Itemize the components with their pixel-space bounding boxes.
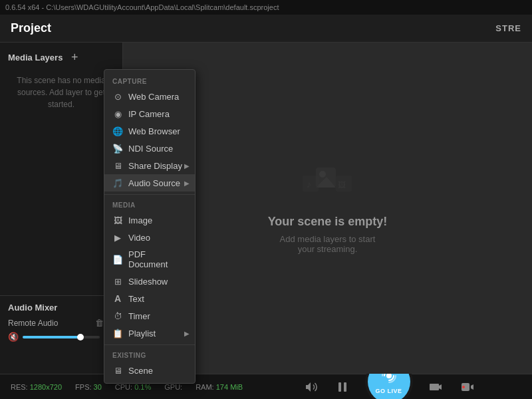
sidebar-title: Media Layers xyxy=(8,53,63,63)
menu-item-image[interactable]: 🖼 Image xyxy=(104,211,195,229)
menu-item-playlist[interactable]: 📋 Playlist ▶ xyxy=(104,325,195,342)
capture-section-label: CAPTURE xyxy=(104,74,195,88)
playlist-icon: 📋 xyxy=(112,328,123,338)
volume-thumb xyxy=(77,334,84,340)
record-button[interactable] xyxy=(461,380,474,394)
pdfdocument-icon: 📄 xyxy=(112,254,123,265)
menu-item-slideshow[interactable]: ⊞ Slideshow xyxy=(104,273,195,290)
image-icon: 🖼 xyxy=(112,215,123,225)
menu-divider-1 xyxy=(104,194,195,195)
volume-control-button[interactable] xyxy=(304,380,317,394)
volume-fill xyxy=(23,336,80,338)
scene-empty-title: Your scene is empty! xyxy=(268,215,388,229)
menu-item-audiosource[interactable]: 🎵 Audio Source ▶ xyxy=(104,174,195,192)
sidebar-header: Media Layers + xyxy=(0,43,122,69)
status-res: RES: 1280x720 xyxy=(11,383,62,391)
sharedisplay-icon: 🖥 xyxy=(112,160,123,171)
ram-label: RAM: xyxy=(196,383,214,391)
scene-icon: 🖥 xyxy=(112,365,123,376)
menu-item-text[interactable]: A Text xyxy=(104,290,195,307)
menu-item-timer[interactable]: ⏱ Timer xyxy=(104,307,195,325)
go-live-label: GO LIVE xyxy=(376,388,402,394)
menu-item-ndisource[interactable]: 📡 NDI Source xyxy=(104,140,195,157)
audiosource-arrow-icon: ▶ xyxy=(184,180,190,187)
menu-item-pdfdocument[interactable]: 📄 PDF Document xyxy=(104,246,195,273)
cpu-label: CPU: xyxy=(115,383,132,391)
delete-track-button[interactable]: 🗑 xyxy=(95,318,104,328)
camera-button[interactable] xyxy=(429,380,442,394)
svg-text:♪: ♪ xyxy=(307,179,311,190)
mute-icon: 🔇 xyxy=(8,332,19,342)
audio-mixer-title: Audio Mixer xyxy=(8,303,114,313)
menu-item-webcamera-label: Web Camera xyxy=(128,92,179,102)
scene-empty-subtitle: Add media layers to startyour streaming. xyxy=(280,234,376,254)
playlist-arrow-icon: ▶ xyxy=(184,330,190,337)
scene-empty-icon: ♪ 🖼 xyxy=(301,162,354,204)
capture-dropdown: CAPTURE ⊙ Web Camera ◉ IP Camera 🌐 Web B… xyxy=(104,69,196,384)
menu-item-audiosource-label: Audio Source xyxy=(128,178,180,188)
menu-item-ipcamera[interactable]: ◉ IP Camera xyxy=(104,105,195,122)
status-bar: RES: 1280x720 FPS: 30 CPU: 0.1% GPU: RAM… xyxy=(0,374,532,399)
menu-item-ndisource-label: NDI Source xyxy=(128,144,173,154)
status-fps: FPS: 30 xyxy=(75,383,102,391)
audio-track: Remote Audio 🗑 ⚙ xyxy=(8,318,114,328)
ndisource-icon: 📡 xyxy=(112,143,123,154)
menu-item-timer-label: Timer xyxy=(128,311,150,321)
title-bar-text: 0.6.54 x64 - C:\Users\WDAGUtilityAccount… xyxy=(5,3,279,11)
menu-item-video[interactable]: ▶ Video xyxy=(104,229,195,246)
status-ram: RAM: 174 MiB xyxy=(196,383,243,391)
menu-item-playlist-label: Playlist xyxy=(128,329,156,338)
ipcamera-icon: ◉ xyxy=(112,108,123,119)
menu-item-pdfdocument-label: PDF Document xyxy=(128,249,187,269)
menu-item-slideshow-label: Slideshow xyxy=(128,277,168,287)
menu-divider-2 xyxy=(104,344,195,345)
fps-value: 30 xyxy=(94,383,102,391)
main-layout: Media Layers + This scene has no media s… xyxy=(0,43,532,374)
video-icon: ▶ xyxy=(112,232,123,243)
svg-point-1 xyxy=(319,171,326,178)
menu-item-webcamera[interactable]: ⊙ Web Camera xyxy=(104,88,195,105)
project-title: Project xyxy=(11,21,51,35)
menu-item-image-label: Image xyxy=(128,215,152,225)
svg-rect-8 xyxy=(344,382,346,392)
webcamera-icon: ⊙ xyxy=(112,91,123,102)
fps-label: FPS: xyxy=(75,383,91,391)
add-layer-button[interactable]: + xyxy=(68,51,81,64)
menu-item-webbrowser[interactable]: 🌐 Web Browser xyxy=(104,122,195,140)
sharedisplay-arrow-icon: ▶ xyxy=(184,162,190,170)
stream-label: STRE xyxy=(495,23,521,33)
status-gpu: GPU: xyxy=(164,383,182,391)
res-value: 1280x720 xyxy=(30,383,62,391)
status-cpu: CPU: 0.1% xyxy=(115,383,151,391)
volume-slider[interactable] xyxy=(23,336,100,338)
text-icon: A xyxy=(112,293,123,304)
timer-icon: ⏱ xyxy=(112,311,123,321)
svg-point-9 xyxy=(386,373,392,378)
menu-item-video-label: Video xyxy=(128,233,150,243)
svg-rect-7 xyxy=(338,382,341,392)
audio-track-name: Remote Audio xyxy=(8,319,91,328)
svg-text:🖼: 🖼 xyxy=(338,180,346,190)
audiosource-icon: 🎵 xyxy=(112,178,123,188)
existing-section-label: EXISTING xyxy=(104,348,195,362)
menu-item-scene[interactable]: 🖥 Scene xyxy=(104,362,195,379)
volume-row: 🔇 🔊 xyxy=(8,332,114,342)
pause-button[interactable] xyxy=(336,380,349,394)
menu-item-text-label: Text xyxy=(128,294,144,304)
svg-point-11 xyxy=(462,386,465,388)
gpu-label: GPU: xyxy=(164,383,182,391)
webbrowser-icon: 🌐 xyxy=(112,126,123,136)
slideshow-icon: ⊞ xyxy=(112,276,123,287)
title-bar: 0.6.54 x64 - C:\Users\WDAGUtilityAccount… xyxy=(0,0,532,15)
cpu-value: 0.1% xyxy=(134,383,151,391)
top-bar: Project STRE xyxy=(0,15,532,43)
menu-item-sharedisplay-label: Share Display xyxy=(128,161,182,171)
ram-value: 174 MiB xyxy=(216,383,243,391)
menu-item-scene-label: Scene xyxy=(128,366,153,376)
menu-item-sharedisplay[interactable]: 🖥 Share Display ▶ xyxy=(104,157,195,174)
res-label: RES: xyxy=(11,383,28,391)
media-section-label: MEDIA xyxy=(104,198,195,211)
menu-item-ipcamera-label: IP Camera xyxy=(128,109,170,119)
menu-item-webbrowser-label: Web Browser xyxy=(128,126,180,136)
